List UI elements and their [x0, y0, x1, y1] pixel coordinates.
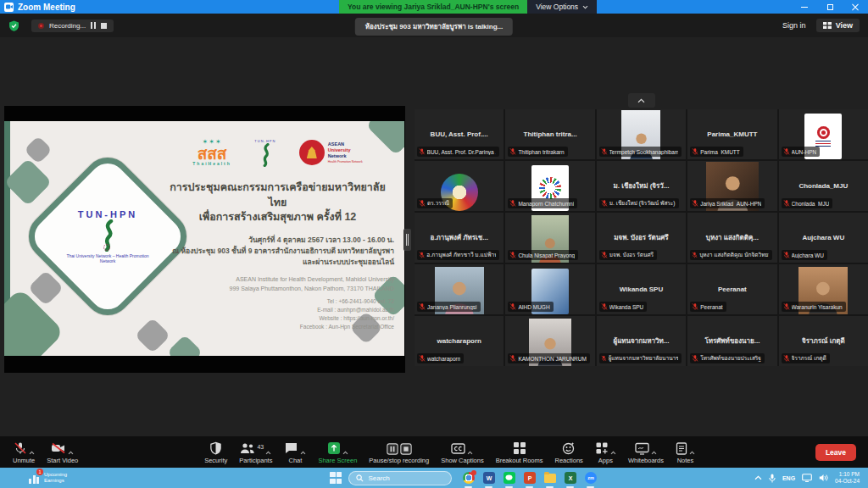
participant-tile[interactable]: Peeranat Peeranat: [687, 264, 776, 314]
share-screen-button[interactable]: Share Screen: [312, 436, 363, 468]
chevron-up-icon[interactable]: [265, 451, 271, 455]
cast-display-icon[interactable]: [802, 474, 812, 482]
tray-mic-icon[interactable]: [769, 474, 776, 483]
participant-name-label: Chula Nisapat Prayong: [508, 250, 578, 260]
participant-tile[interactable]: บุหงา แสงกิตติคุ... บุหงา แสงกิตติคุณ นั…: [687, 213, 776, 263]
participant-tile[interactable]: Waranurin Yisarakun: [779, 264, 868, 314]
chevron-up-icon[interactable]: [467, 451, 473, 455]
powerpoint-taskbar-icon[interactable]: P: [523, 472, 536, 485]
participant-tile[interactable]: Chula Nisapat Prayong: [505, 213, 594, 263]
chevron-up-icon[interactable]: [68, 451, 74, 455]
decor-diamond: [4, 288, 64, 356]
grid-view-icon: [823, 22, 832, 29]
notes-button[interactable]: Notes: [670, 436, 701, 468]
reactions-button[interactable]: Reactions: [549, 436, 589, 468]
explorer-taskbar-icon[interactable]: [543, 472, 556, 485]
stop-recording-icon[interactable]: [400, 443, 412, 455]
whiteboards-button[interactable]: Whiteboards: [622, 436, 670, 468]
encryption-shield-icon[interactable]: [8, 20, 19, 31]
chevron-up-icon[interactable]: [651, 451, 657, 455]
muted-mic-icon: [601, 354, 607, 363]
view-layout-button[interactable]: View: [816, 19, 860, 32]
participant-tile[interactable]: KAMONTHON JARUNRUM: [505, 316, 594, 366]
security-button[interactable]: Security: [198, 436, 233, 468]
muted-mic-icon: [783, 199, 790, 208]
pause-recording-icon[interactable]: [387, 443, 398, 455]
participant-tile[interactable]: จิราภรณ์ เกตุดี จิราภรณ์ เกตุดี: [779, 316, 868, 366]
taskbar-widget[interactable]: 1 Upcoming Earnings: [29, 472, 173, 484]
participants-button[interactable]: 43 Participants: [233, 436, 278, 468]
participant-tile[interactable]: Thitiphan tritra... Thitiphan tritrakarn: [505, 109, 594, 159]
stop-recording-icon[interactable]: [101, 23, 107, 29]
search-placeholder: Search: [368, 474, 389, 482]
participant-name-label: Wikanda SPU: [599, 302, 647, 312]
participant-tile[interactable]: watcharaporn watcharaporn: [415, 316, 504, 366]
participant-tile[interactable]: Termpetch Sookhanaphibarn: [597, 109, 686, 159]
muted-mic-icon: [692, 147, 698, 156]
start-button[interactable]: [330, 472, 342, 484]
chat-button[interactable]: Chat: [278, 436, 312, 468]
participant-name-label: AIHD MUGH: [508, 302, 553, 312]
maximize-button[interactable]: [817, 0, 843, 14]
collapse-gallery-button[interactable]: [628, 93, 655, 108]
participant-tile[interactable]: Aujchara WU Aujchara WU: [779, 213, 868, 263]
speaker-icon[interactable]: [819, 474, 828, 482]
participant-tile[interactable]: Manaporn Chatchumni: [505, 161, 594, 211]
participant-tile[interactable]: อ.ภานุพงศ์ ภัทรเช... อ.ภานุพงศ์ ภัทรชาวี…: [415, 213, 504, 263]
gallery-resize-handle[interactable]: [403, 229, 411, 251]
security-label: Security: [204, 457, 227, 464]
chevron-up-icon[interactable]: [610, 451, 616, 455]
tray-chevron-up-icon[interactable]: [754, 475, 762, 480]
clock-date: 04-Oct-24: [835, 478, 860, 485]
zoom-taskbar-icon[interactable]: zm: [584, 472, 597, 485]
leave-button[interactable]: Leave: [815, 444, 856, 461]
participant-tile[interactable]: ดร.วรรณี: [415, 161, 504, 211]
muted-mic-icon: [509, 302, 516, 311]
unmute-button[interactable]: Unmute: [7, 436, 41, 468]
show-captions-button[interactable]: Show Captions: [435, 436, 489, 468]
search-box[interactable]: Search: [348, 471, 452, 485]
muted-mic-icon: [509, 354, 516, 363]
participant-tile[interactable]: AIHD MUGH: [505, 264, 594, 314]
badge-caption: Thai University Network – Health Promoti…: [65, 253, 150, 264]
clock-time: 1:10 PM: [835, 471, 860, 478]
close-button[interactable]: [843, 0, 868, 14]
participant-tile[interactable]: AUN-HPN: [779, 109, 868, 159]
participant-tile[interactable]: Jariya Sriklad_AUN-HPN: [687, 161, 776, 211]
participant-tile[interactable]: Wikanda SPU Wikanda SPU: [597, 264, 686, 314]
excel-taskbar-icon[interactable]: X: [564, 472, 576, 485]
apps-button[interactable]: Apps: [589, 436, 622, 468]
participant-tile[interactable]: ม. เชียงใหม่ (จิรวั... ม. เชียงใหม่ (จิร…: [597, 161, 686, 211]
chevron-up-icon[interactable]: [689, 451, 695, 455]
taskbar-clock[interactable]: 1:10 PM 04-Oct-24: [835, 471, 860, 485]
line-taskbar-icon[interactable]: [503, 472, 515, 485]
pause-recording-icon[interactable]: [91, 22, 96, 29]
chrome-taskbar-icon[interactable]: [462, 472, 475, 485]
window-title: Zoom Meeting: [18, 3, 75, 12]
start-video-button[interactable]: Start Video: [41, 436, 84, 468]
sign-in-button[interactable]: Sign in: [782, 21, 806, 30]
participant-tile[interactable]: Parima_KMUTT Parima_KMUTT: [687, 109, 776, 159]
whiteboards-icon: [635, 442, 649, 455]
asean-sub-text: Health Promotion Network: [328, 160, 363, 164]
participant-tile[interactable]: โทรศัพท์ของนาย... โทรศัพท์ของนายประเสริฐ: [687, 316, 776, 366]
participant-tile[interactable]: มจพ. บังอร รัตนศรี มจพ. บังอร รัตนศรี: [597, 213, 686, 263]
participant-tile[interactable]: Jananya Plianrungsi: [415, 264, 504, 314]
language-indicator[interactable]: ENG: [782, 475, 795, 481]
breakout-rooms-button[interactable]: Breakout Rooms: [490, 436, 549, 468]
chevron-up-icon[interactable]: [29, 451, 35, 455]
word-taskbar-icon[interactable]: W: [482, 472, 495, 485]
view-options-dropdown[interactable]: View Options: [527, 0, 597, 14]
slide-title-line1: การประชุมคณะกรรมการเครือข่ายมหาวิทยาลัยไ…: [161, 180, 394, 210]
slide-logos-row: ✶✶✶ สสส ThaiHealth TUN-HPN ASEAN Univers…: [161, 132, 394, 173]
participant-name-label: Parima_KMUTT: [690, 147, 743, 157]
reactions-smiley-icon: [562, 441, 576, 455]
participant-tile[interactable]: Chonlada_MJU Chonlada_MJU: [779, 161, 868, 211]
minimize-button[interactable]: [792, 0, 817, 14]
participant-tile[interactable]: BUU, Asst. Prof.... BUU, Asst. Prof. Dr.…: [415, 109, 504, 159]
chevron-up-icon[interactable]: [300, 451, 306, 455]
participant-tile[interactable]: ผู้แทนจากมหาวิท... ผู้แทนจากมหาวิทยาลัยน…: [597, 316, 686, 366]
muted-mic-icon: [509, 251, 516, 259]
chevron-up-icon[interactable]: [342, 451, 348, 455]
pause-stop-recording-button[interactable]: Pause/stop recording: [363, 436, 435, 468]
